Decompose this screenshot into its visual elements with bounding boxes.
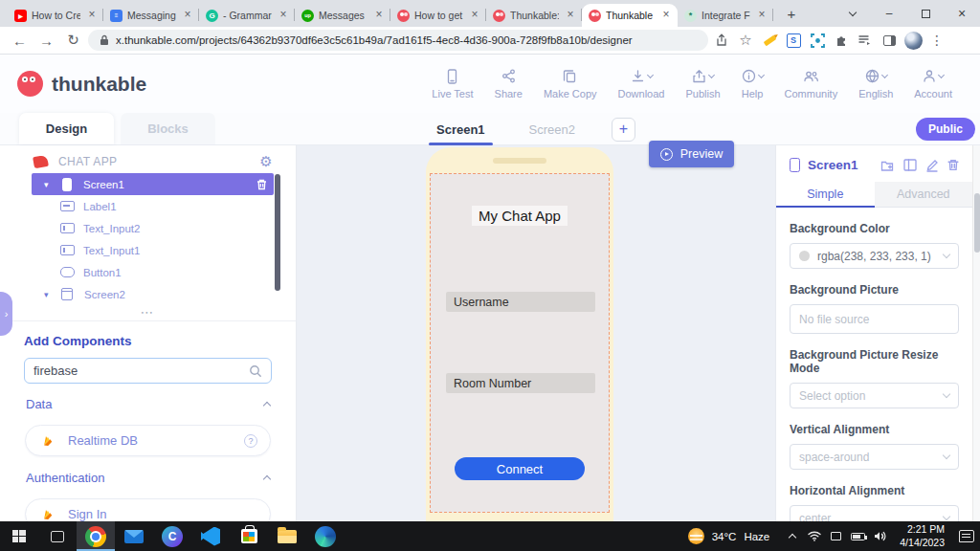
component-search-box[interactable] [24, 358, 272, 384]
help-circle-icon[interactable]: ? [244, 434, 257, 448]
component-search-input[interactable] [33, 364, 249, 378]
taskbar-mail[interactable] [115, 521, 153, 551]
expand-panel-chevron[interactable]: › [0, 292, 12, 336]
label1-component[interactable]: My Chat App [472, 206, 568, 226]
bookmark-star-icon[interactable]: ☆ [735, 30, 756, 51]
tree-item-button1[interactable]: Button1 [32, 261, 274, 283]
screenshot-extension-icon[interactable] [807, 30, 828, 51]
extensions-puzzle-icon[interactable] [831, 30, 852, 51]
help-button[interactable]: Help [731, 69, 774, 99]
back-icon[interactable]: ← [8, 29, 32, 53]
wifi-icon[interactable] [803, 521, 825, 551]
preview-button[interactable]: Preview [649, 141, 734, 167]
start-button[interactable] [0, 521, 38, 551]
component-realtime-db[interactable]: Realtime DB ? [25, 425, 271, 456]
playlist-extension-icon[interactable] [855, 30, 876, 51]
browser-tab[interactable]: ▶How to Cre× [8, 4, 103, 27]
tree-item-screen1[interactable]: ▾ Screen1 [32, 173, 274, 195]
browser-tab[interactable]: *Integrate Fi× [678, 4, 773, 27]
close-icon[interactable]: × [659, 9, 673, 22]
notification-center-icon[interactable] [953, 521, 980, 551]
publish-button[interactable]: Publish [675, 69, 730, 99]
section-header-data[interactable]: Data [26, 397, 270, 411]
trash-icon[interactable] [256, 179, 267, 190]
section-header-authentication[interactable]: Authentication [26, 471, 270, 485]
close-icon[interactable]: × [181, 9, 194, 22]
background-color-dropdown[interactable]: rgba(238, 233, 233, 1) [790, 243, 959, 269]
panel-resize-handle[interactable]: ⋯ [0, 307, 296, 319]
make-copy-button[interactable]: Make Copy [533, 69, 608, 99]
edit-pencil-icon[interactable] [925, 159, 939, 172]
component-sign-in[interactable]: Sign In [25, 498, 271, 521]
background-picture-input[interactable]: No file source [790, 304, 959, 334]
close-icon[interactable]: × [468, 9, 481, 22]
share-page-icon[interactable] [711, 30, 732, 51]
add-screen-button[interactable]: + [612, 118, 635, 142]
share-button[interactable]: Share [484, 69, 533, 99]
taskbar-canva[interactable]: C [153, 521, 191, 551]
caret-down-icon[interactable]: ▾ [44, 180, 60, 189]
taskbar-clock[interactable]: 2:21 PM 4/14/2023 [891, 523, 953, 549]
url-bar[interactable]: x.thunkable.com/projects/64362b9370df6e3… [88, 30, 708, 51]
live-test-button[interactable]: Live Test [421, 69, 483, 99]
volume-icon[interactable] [869, 521, 891, 551]
taskbar-chrome[interactable] [77, 521, 115, 551]
project-row[interactable]: CHAT APP ⚙ [0, 149, 296, 173]
language-button[interactable]: English [848, 69, 903, 99]
close-window-button[interactable]: × [944, 0, 980, 27]
new-tab-button[interactable]: + [779, 1, 804, 26]
highlighter-extension-icon[interactable] [759, 30, 780, 51]
forward-icon[interactable]: → [34, 29, 58, 53]
tree-item-screen2[interactable]: ▾ Screen2 [32, 283, 274, 305]
close-icon[interactable]: × [85, 9, 99, 22]
layout-icon[interactable] [903, 159, 917, 171]
meet-now-icon[interactable] [825, 521, 847, 551]
tree-item-text-input2[interactable]: Text_Input2 [32, 217, 274, 239]
designer-canvas[interactable]: Preview My Chat App Username Room Number… [297, 145, 775, 521]
tab-advanced[interactable]: Advanced [875, 182, 973, 207]
side-panel-icon[interactable] [879, 30, 900, 51]
screen1-canvas[interactable]: My Chat App Username Room Number Connect [430, 173, 610, 513]
tab-simple[interactable]: Simple [776, 182, 875, 207]
public-badge[interactable]: Public [916, 118, 975, 141]
tab-search-icon[interactable] [835, 0, 871, 27]
gear-icon[interactable]: ⚙ [259, 153, 273, 170]
browser-tab[interactable]: upMessages× [295, 4, 390, 27]
maximize-button[interactable] [907, 0, 944, 27]
duplicate-icon[interactable] [880, 159, 895, 172]
browser-tab[interactable]: ≡Messaging× [103, 4, 199, 27]
caret-down-icon[interactable]: ▾ [44, 290, 60, 299]
download-button[interactable]: Download [608, 69, 676, 99]
account-button[interactable]: Account [903, 69, 963, 99]
tree-item-text-input1[interactable]: Text_Input1 [32, 239, 274, 261]
close-icon[interactable]: × [755, 9, 768, 22]
browser-tab[interactable]: G- Grammarl× [199, 4, 295, 27]
close-icon[interactable]: × [372, 9, 386, 22]
page-scrollbar[interactable] [972, 145, 980, 521]
browser-tab-active[interactable]: Thunkable× [582, 4, 678, 27]
taskbar-store[interactable] [230, 521, 268, 551]
tab-design[interactable]: Design [19, 113, 114, 144]
tab-screen2[interactable]: Screen2 [522, 113, 583, 145]
task-view-button[interactable] [38, 521, 77, 551]
weather-widget[interactable]: 34°C Haze [677, 528, 782, 544]
tree-item-label1[interactable]: Label1 [32, 195, 274, 217]
browser-tab[interactable]: Thunkable:× [486, 4, 582, 27]
tray-expand-chevron[interactable] [781, 521, 803, 551]
profile-avatar[interactable] [902, 30, 924, 51]
tree-scrollbar[interactable] [275, 174, 280, 291]
tab-blocks[interactable]: Blocks [121, 113, 215, 144]
scrollbar-thumb[interactable] [974, 193, 980, 253]
close-icon[interactable]: × [564, 9, 577, 22]
browser-menu-icon[interactable]: ⋮ [926, 30, 947, 51]
s-extension-icon[interactable]: S [783, 30, 804, 51]
trash-icon[interactable] [947, 159, 959, 171]
browser-tab[interactable]: How to get× [390, 4, 486, 27]
resize-mode-select[interactable]: Select option [790, 383, 959, 408]
taskbar-vscode[interactable] [191, 521, 230, 551]
tab-screen1[interactable]: Screen1 [429, 113, 493, 145]
minimize-button[interactable]: – [871, 0, 907, 27]
taskbar-edge[interactable] [306, 521, 345, 551]
button1-component[interactable]: Connect [455, 457, 585, 480]
text-input2-component[interactable]: Room Number [446, 373, 595, 393]
